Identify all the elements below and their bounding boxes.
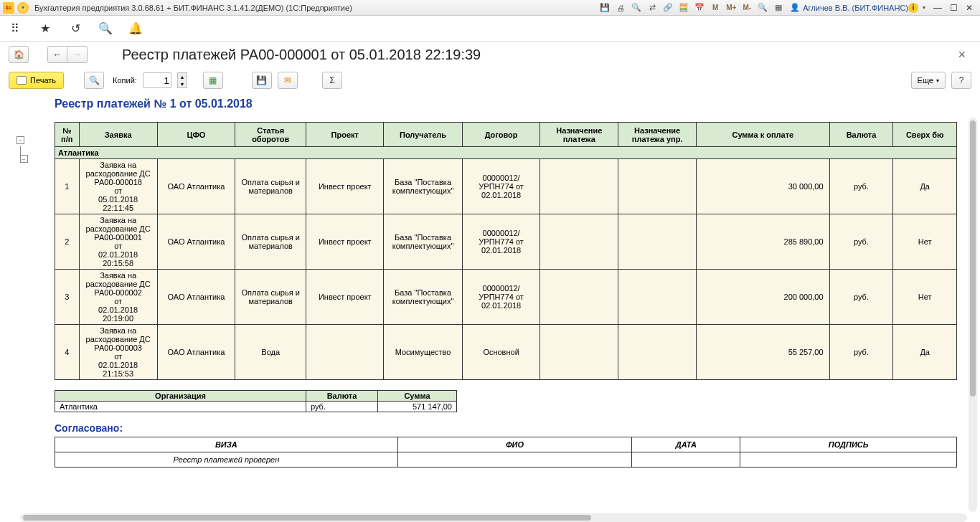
sum-button[interactable]: Σ bbox=[322, 72, 342, 89]
nav-row: 🏠 ← → Реестр платежей РА00-000001 от 05.… bbox=[0, 42, 980, 67]
forward-button[interactable]: → bbox=[67, 46, 88, 63]
calendar-icon[interactable]: 📅 bbox=[694, 2, 705, 14]
help-button[interactable]: ? bbox=[951, 72, 971, 89]
home-button[interactable]: 🏠 bbox=[9, 46, 29, 63]
copies-spinner[interactable]: ▲▼ bbox=[177, 72, 187, 88]
table-icon[interactable]: ▦ bbox=[773, 2, 784, 14]
close-page-button[interactable]: × bbox=[952, 47, 971, 62]
save-disk-button[interactable]: 💾 bbox=[252, 72, 272, 89]
link-icon[interactable]: 🔗 bbox=[662, 2, 674, 14]
user-chip[interactable]: 👤 Агличев В.В. (БИТ.ФИНАНС) bbox=[790, 3, 908, 12]
more-label: Еще bbox=[918, 76, 933, 85]
search-icon[interactable]: 🔍 bbox=[99, 22, 112, 35]
memory-mminus[interactable]: M- bbox=[741, 2, 753, 14]
more-button[interactable]: Еще ▾ bbox=[911, 72, 946, 89]
notifications-icon[interactable]: 🔔 bbox=[129, 22, 142, 35]
email-button[interactable]: ✉ bbox=[278, 72, 298, 89]
print-button[interactable]: Печать bbox=[9, 72, 64, 89]
close-window-button[interactable]: ✕ bbox=[961, 2, 977, 14]
maximize-button[interactable]: ☐ bbox=[946, 2, 961, 14]
info-dropdown-icon[interactable]: ▾ bbox=[918, 2, 930, 14]
top-toolbar: ⠿ ★ ↺ 🔍 🔔 bbox=[0, 16, 980, 42]
compare-icon[interactable]: ⇄ bbox=[646, 2, 658, 14]
zoom-icon[interactable]: 🔍 bbox=[757, 2, 768, 14]
save-icon[interactable]: 💾 bbox=[599, 2, 611, 14]
spreadsheet-button[interactable]: ▦ bbox=[203, 72, 223, 89]
action-toolbar: Печать 🔍 Копий: ▲▼ ▦ 💾 ✉ Σ Еще ▾ ? bbox=[0, 67, 980, 93]
user-name: Агличев В.В. (БИТ.ФИНАНС) bbox=[803, 4, 908, 12]
copies-label: Копий: bbox=[113, 76, 137, 85]
preview-button[interactable]: 🔍 bbox=[84, 72, 104, 89]
apps-icon[interactable]: ⠿ bbox=[9, 22, 22, 35]
app-menu-dropdown-icon[interactable]: ▾ bbox=[17, 2, 29, 14]
app-logo-icon: 1c bbox=[3, 2, 14, 14]
copies-input[interactable] bbox=[143, 72, 171, 88]
user-icon: 👤 bbox=[790, 3, 800, 12]
memory-mplus[interactable]: M+ bbox=[725, 2, 737, 14]
chevron-down-icon: ▾ bbox=[936, 77, 939, 84]
print-icon[interactable]: 🖨 bbox=[615, 2, 626, 14]
calculator-icon[interactable]: 🧮 bbox=[678, 2, 689, 14]
page-title: Реестр платежей РА00-000001 от 05.01.201… bbox=[122, 47, 481, 63]
back-button[interactable]: ← bbox=[47, 46, 67, 63]
history-icon[interactable]: ↺ bbox=[69, 22, 82, 35]
title-bar: 1c ▾ Бухгалтерия предприятия 3.0.68.61 +… bbox=[0, 0, 980, 16]
printer-icon bbox=[17, 76, 27, 85]
info-icon[interactable]: i bbox=[908, 3, 918, 13]
app-title: Бухгалтерия предприятия 3.0.68.61 + БИТ.… bbox=[34, 4, 352, 12]
minimize-button[interactable]: — bbox=[930, 2, 946, 14]
favorite-icon[interactable]: ★ bbox=[39, 22, 52, 35]
titlebar-icons: 💾 🖨 🔍 ⇄ 🔗 🧮 📅 M M+ M- 🔍 ▦ bbox=[599, 2, 784, 14]
preview-icon[interactable]: 🔍 bbox=[631, 2, 642, 14]
memory-m[interactable]: M bbox=[710, 2, 721, 14]
print-label: Печать bbox=[30, 76, 56, 85]
